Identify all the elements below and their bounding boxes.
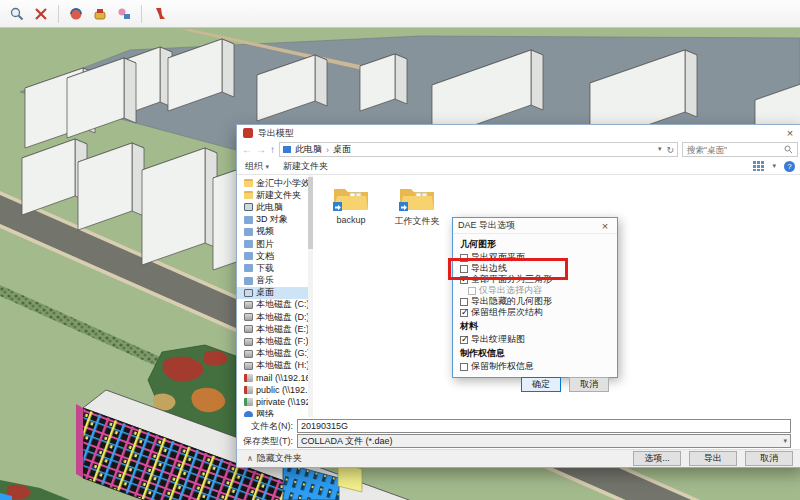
- sidebar-item-pictures[interactable]: 图片: [237, 238, 313, 250]
- filetype-label: 保存类型(T):: [237, 435, 293, 448]
- search-icon: [784, 145, 793, 154]
- sidebar-item-private-share[interactable]: pirivate (\\192.: [237, 396, 313, 408]
- pictures-icon: [244, 240, 253, 248]
- close-icon[interactable]: ×: [598, 220, 612, 232]
- navigation-pane: 金汇中小学效果图∧ 新建文件夹 此电脑 3D 对象 视频 图片 文档 下载 音乐…: [237, 175, 313, 417]
- sidebar-item-pinned-folder[interactable]: 金汇中小学效果图∧: [237, 177, 313, 189]
- forward-icon[interactable]: →: [256, 145, 266, 155]
- materials-heading: 材料: [460, 320, 610, 333]
- drive-icon: [244, 313, 253, 321]
- address-bar: ← → ↑ 此电脑 › 桌面 ▾↻: [237, 141, 800, 158]
- music-icon: [244, 277, 253, 285]
- drive-icon: [244, 338, 253, 346]
- sidebar-item-downloads[interactable]: 下载: [237, 262, 313, 274]
- cancel-button[interactable]: 取消: [745, 451, 793, 466]
- network-icon: [244, 411, 253, 417]
- option-export-texture-maps[interactable]: 导出纹理贴图: [460, 334, 610, 345]
- sidebar-item-desktop[interactable]: 桌面: [237, 287, 313, 299]
- dialog-footer: ∧隐藏文件夹 选项... 导出 取消: [237, 449, 800, 467]
- search-input[interactable]: [687, 145, 771, 155]
- breadcrumb-root[interactable]: 此电脑: [295, 143, 322, 156]
- export-button[interactable]: 导出: [689, 451, 737, 466]
- sidebar-item-drive-f[interactable]: 本地磁盘 (F:): [237, 335, 313, 347]
- sidebar-item-public-share[interactable]: public (\\192.1: [237, 384, 313, 396]
- sidebar-item-pinned-folder[interactable]: 新建文件夹: [237, 189, 313, 201]
- position-camera-icon[interactable]: [113, 3, 135, 25]
- sidebar-item-drive-h[interactable]: 本地磁盘 (H:): [237, 360, 313, 372]
- toolbar-separator: [58, 5, 59, 23]
- up-icon[interactable]: ↑: [270, 145, 275, 155]
- sidebar-item-drive-e[interactable]: 本地磁盘 (E:): [237, 323, 313, 335]
- sidebar-item-drive-c[interactable]: 本地磁盘 (C:): [237, 299, 313, 311]
- checkbox-icon[interactable]: [460, 309, 468, 317]
- pan-icon[interactable]: [89, 3, 111, 25]
- ok-button[interactable]: 确定: [521, 377, 561, 392]
- back-icon[interactable]: ←: [242, 145, 252, 155]
- folder-icon: [398, 183, 436, 213]
- new-folder-button[interactable]: 新建文件夹: [283, 160, 328, 173]
- dae-titlebar[interactable]: DAE 导出选项 ×: [453, 218, 617, 234]
- breadcrumb-current[interactable]: 桌面: [333, 143, 351, 156]
- geometry-heading: 几何图形: [460, 238, 610, 251]
- sidebar-item-3d-objects[interactable]: 3D 对象: [237, 214, 313, 226]
- refresh-icon[interactable]: ↻: [666, 145, 674, 155]
- walk-icon[interactable]: [148, 3, 170, 25]
- view-grid-icon[interactable]: [753, 161, 764, 171]
- search-box[interactable]: [682, 142, 798, 157]
- file-item-work-folder[interactable]: 工作文件夹: [391, 183, 443, 228]
- documents-icon: [244, 252, 253, 260]
- sidebar-item-music[interactable]: 音乐: [237, 275, 313, 287]
- drive-icon: [244, 325, 253, 333]
- sidebar-item-drive-g[interactable]: 本地磁盘 (G:): [237, 348, 313, 360]
- hide-folders-button[interactable]: ∧隐藏文件夹: [247, 452, 625, 465]
- sidebar-item-documents[interactable]: 文档: [237, 250, 313, 262]
- zoom-icon[interactable]: [6, 3, 28, 25]
- filename-input[interactable]: [297, 419, 791, 433]
- dae-cancel-button[interactable]: 取消: [569, 377, 609, 392]
- sidebar-item-this-pc[interactable]: 此电脑: [237, 201, 313, 213]
- orbit-icon[interactable]: [65, 3, 87, 25]
- annotation-highlight-rectangle: [448, 258, 568, 280]
- computer-icon: [244, 203, 253, 211]
- option-preserve-component-hierarchies[interactable]: 保留组件层次结构: [460, 307, 610, 318]
- chevron-down-icon: ▾: [783, 437, 787, 445]
- downloads-icon: [244, 264, 253, 272]
- sidebar-item-drive-d[interactable]: 本地磁盘 (D:): [237, 311, 313, 323]
- checkbox-icon[interactable]: [460, 298, 468, 306]
- videos-icon: [244, 228, 253, 236]
- network-drive-icon: [244, 398, 253, 406]
- 3d-objects-icon: [244, 216, 253, 224]
- folder-icon: [332, 183, 370, 213]
- option-preserve-credits[interactable]: 保留制作权信息: [460, 361, 610, 372]
- network-drive-icon: [244, 374, 253, 382]
- organize-button[interactable]: 组织 ▾: [245, 160, 269, 173]
- address-dropdown-icon[interactable]: ▾: [658, 145, 662, 155]
- zoom-extents-icon[interactable]: [30, 3, 52, 25]
- chevron-down-icon[interactable]: ▾: [772, 162, 776, 170]
- chevron-down-icon: ▾: [266, 163, 270, 170]
- options-button[interactable]: 选项...: [633, 451, 681, 466]
- dialog-title: 导出模型: [258, 127, 778, 140]
- checkbox-icon[interactable]: [460, 336, 468, 344]
- network-drive-icon: [244, 386, 253, 394]
- breadcrumb-separator-icon: ›: [326, 145, 329, 155]
- sidebar-scrollbar[interactable]: [308, 175, 313, 417]
- scrollbar-thumb[interactable]: [308, 177, 313, 249]
- sidebar-item-videos[interactable]: 视频: [237, 226, 313, 238]
- folder-icon: [244, 179, 253, 187]
- drive-icon: [244, 301, 253, 309]
- file-name: backup: [336, 215, 365, 225]
- close-icon[interactable]: ×: [783, 127, 797, 139]
- toolbar-separator: [141, 5, 142, 23]
- breadcrumb[interactable]: 此电脑 › 桌面 ▾↻: [279, 142, 678, 157]
- drive-icon: [244, 362, 253, 370]
- dialog-titlebar[interactable]: 导出模型 ×: [237, 125, 800, 141]
- checkbox-icon[interactable]: [460, 363, 468, 371]
- sketchup-logo-icon: [243, 128, 253, 138]
- location-icon: [283, 146, 291, 153]
- sidebar-item-mail-share[interactable]: mail (\\192.168: [237, 372, 313, 384]
- filetype-select[interactable]: COLLADA 文件 (*.dae) ▾: [297, 434, 791, 448]
- file-item-backup[interactable]: backup: [325, 183, 377, 225]
- sidebar-item-network[interactable]: 网络: [237, 409, 313, 417]
- help-icon[interactable]: [784, 161, 795, 172]
